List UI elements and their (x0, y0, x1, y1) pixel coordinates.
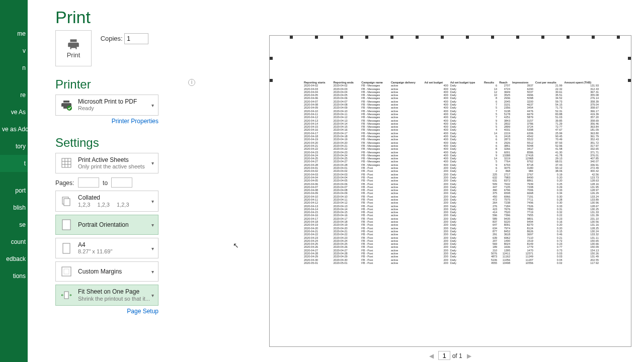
preview-sheet: Reporting startsReporting endsCampaign n… (304, 81, 601, 264)
svg-rect-9 (63, 243, 70, 253)
nav-share[interactable]: re (0, 86, 28, 104)
printer-properties-link[interactable]: Printer Properties (55, 118, 158, 125)
nav-history[interactable]: tory (0, 138, 28, 155)
copies-label: Copies: (101, 35, 123, 42)
print-panel: Print Copies: Printer i Microsoft Print … (55, 30, 196, 315)
nav-sep (0, 76, 28, 86)
fit-icon (60, 289, 73, 302)
print-what-sub: Only print the active sheets (78, 163, 154, 170)
pages-from-input[interactable] (78, 177, 99, 188)
pages-to-input[interactable] (111, 177, 132, 188)
portrait-icon (60, 218, 73, 231)
backstage-nav: me v n re ve As ve as Adobe F tory t por… (0, 0, 28, 362)
fit-sub: Shrink the printout so that it... (78, 296, 154, 302)
nav-adobe[interactable]: ve as Adobe F (0, 121, 28, 138)
printer-dropdown[interactable]: Microsoft Print to PDF Ready (55, 95, 158, 116)
svg-rect-1 (62, 158, 71, 167)
orientation-label: Portrait Orientation (78, 221, 154, 228)
nav-open[interactable]: n (0, 59, 28, 76)
print-what-dropdown[interactable]: Print Active Sheets Only print the activ… (55, 153, 158, 174)
svg-rect-8 (62, 220, 70, 230)
nav-options[interactable]: tions (0, 267, 28, 285)
nav-saveas[interactable]: ve As (0, 104, 28, 121)
svg-rect-10 (62, 267, 71, 276)
paper-icon (60, 242, 73, 255)
scaling-dropdown[interactable]: Fit Sheet on One Page Shrink the printou… (55, 285, 158, 306)
svg-rect-12 (64, 292, 68, 299)
nav-account[interactable]: count (0, 233, 28, 250)
collate-icon (60, 195, 73, 208)
nav-home[interactable]: me (0, 25, 28, 42)
settings-heading: Settings (55, 136, 196, 150)
pages-to-label: to (103, 179, 108, 187)
printer-status: Ready (78, 105, 154, 112)
print-preview: Reporting startsReporting endsCampaign n… (269, 35, 631, 347)
page-input[interactable] (438, 351, 450, 360)
next-page-icon[interactable]: ▶ (464, 352, 474, 359)
main-area: Print Print Copies: Printer i Microsoft … (28, 0, 644, 362)
paper-sub: 8.27" x 11.69" (78, 248, 154, 255)
pages-label: Pages: (55, 179, 74, 187)
svg-rect-7 (64, 199, 70, 206)
collate-dropdown[interactable]: Collated 1,2,3 1,2,3 1,2,3 (55, 191, 158, 212)
orientation-dropdown[interactable]: Portrait Orientation (55, 215, 158, 235)
nav-export[interactable]: port (0, 182, 28, 199)
printer-icon (66, 38, 81, 51)
printer-name: Microsoft Print to PDF (78, 98, 154, 105)
margins-dropdown[interactable]: Custom Margins (55, 261, 158, 282)
collate-title: Collated (78, 194, 154, 201)
nav-blank[interactable] (0, 172, 28, 182)
paper-dropdown[interactable]: A4 8.27" x 11.69" (55, 238, 158, 259)
print-button-label: Print (67, 51, 80, 59)
page-of-label: of 1 (452, 352, 462, 359)
mouse-cursor: ↖ (233, 241, 239, 249)
page-setup-link[interactable]: Page Setup (55, 308, 158, 315)
printer-status-icon (60, 99, 73, 112)
nav-publish[interactable]: blish (0, 199, 28, 216)
page-nav: ◀ of 1 ▶ (269, 351, 631, 360)
printer-heading: Printer (55, 77, 196, 92)
margins-label: Custom Margins (78, 268, 154, 275)
collate-sub: 1,2,3 1,2,3 1,2,3 (78, 202, 154, 208)
page-title: Print (55, 8, 644, 27)
prev-page-icon[interactable]: ◀ (426, 352, 437, 359)
fit-title: Fit Sheet on One Page (78, 288, 154, 295)
nav-feedback[interactable]: edback (0, 250, 28, 267)
nav-close[interactable]: se (0, 216, 28, 233)
nav-new[interactable]: v (0, 42, 28, 59)
print-what-title: Print Active Sheets (78, 156, 154, 163)
sheets-icon (60, 156, 73, 169)
print-button[interactable]: Print (55, 30, 92, 66)
paper-title: A4 (78, 241, 154, 248)
copies-input[interactable] (124, 33, 148, 44)
info-icon[interactable]: i (188, 79, 195, 86)
nav-print[interactable]: t (0, 155, 28, 172)
margins-icon (60, 265, 73, 278)
